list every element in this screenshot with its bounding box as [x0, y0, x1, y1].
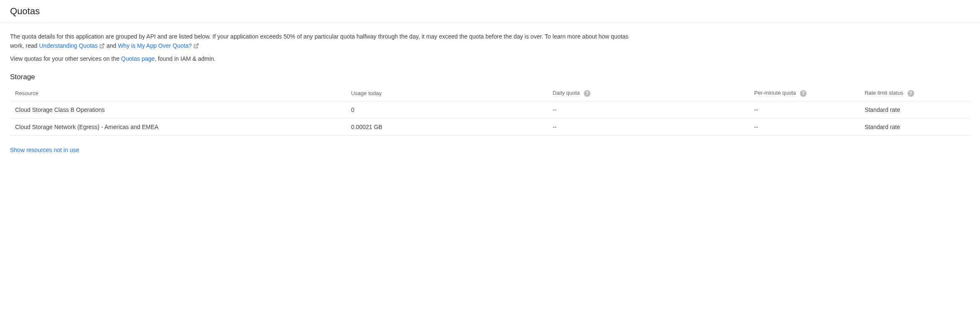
- column-header-minute-label: Per-minute quota: [754, 90, 796, 96]
- cell-daily: --: [548, 101, 749, 118]
- cell-daily: --: [548, 118, 749, 135]
- intro-text-between: and: [106, 42, 118, 49]
- intro-text: The quota details for this application a…: [10, 32, 630, 50]
- quota-table: Resource Usage today Daily quota ? Per-m…: [10, 85, 970, 136]
- header-bar: Quotas: [0, 0, 980, 23]
- page-title: Quotas: [10, 6, 970, 17]
- column-header-daily: Daily quota ?: [548, 85, 749, 101]
- help-icon[interactable]: ?: [908, 90, 914, 97]
- over-quota-link-label: Why is My App Over Quota?: [118, 42, 192, 49]
- external-link-icon: [99, 43, 105, 49]
- understanding-quotas-link[interactable]: Understanding Quotas: [39, 42, 106, 49]
- show-not-in-use-link[interactable]: Show resources not in use: [10, 147, 79, 153]
- column-header-minute: Per-minute quota ?: [749, 85, 860, 101]
- external-link-icon: [193, 43, 199, 49]
- over-quota-link[interactable]: Why is My App Over Quota?: [118, 42, 199, 49]
- table-row: Cloud Storage Class B Operations 0 -- --…: [10, 101, 970, 118]
- cell-resource: Cloud Storage Network (Egress) - America…: [10, 118, 346, 135]
- section-title-storage: Storage: [10, 73, 970, 81]
- secondary-text-after: , found in IAM & admin.: [155, 55, 216, 62]
- cell-rate: Standard rate: [859, 118, 970, 135]
- help-icon[interactable]: ?: [584, 90, 591, 97]
- column-header-usage: Usage today: [346, 85, 547, 101]
- secondary-text: View quotas for your other services on t…: [10, 54, 970, 64]
- help-icon[interactable]: ?: [800, 90, 807, 97]
- column-header-rate-label: Rate limit status: [864, 90, 903, 96]
- cell-minute: --: [749, 101, 860, 118]
- column-header-daily-label: Daily quota: [553, 90, 580, 96]
- column-header-rate: Rate limit status ?: [859, 85, 970, 101]
- cell-resource: Cloud Storage Class B Operations: [10, 101, 346, 118]
- cell-rate: Standard rate: [859, 101, 970, 118]
- svg-line-1: [196, 44, 198, 46]
- cell-usage: 0.00021 GB: [346, 118, 547, 135]
- column-header-resource: Resource: [10, 85, 346, 101]
- svg-line-0: [102, 44, 104, 46]
- secondary-text-before: View quotas for your other services on t…: [10, 55, 121, 62]
- understanding-quotas-link-label: Understanding Quotas: [39, 42, 98, 49]
- table-header-row: Resource Usage today Daily quota ? Per-m…: [10, 85, 970, 101]
- content-area: The quota details for this application a…: [0, 23, 980, 163]
- cell-minute: --: [749, 118, 860, 135]
- table-row: Cloud Storage Network (Egress) - America…: [10, 118, 970, 135]
- cell-usage: 0: [346, 101, 547, 118]
- quotas-page-link[interactable]: Quotas page: [121, 55, 155, 62]
